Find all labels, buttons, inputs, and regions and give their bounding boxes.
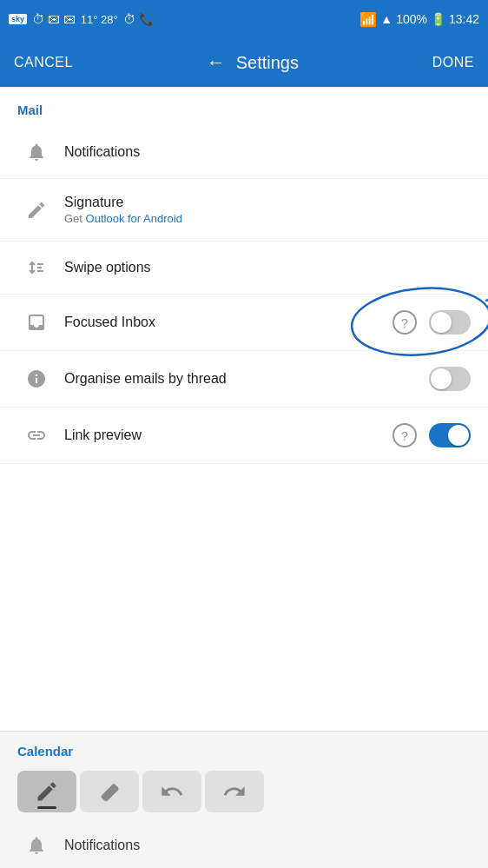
info-icon xyxy=(26,368,47,389)
calendar-notifications-label: Notifications xyxy=(64,838,140,852)
undo-tool-icon xyxy=(160,779,184,804)
organise-emails-icon-container xyxy=(17,368,56,389)
organise-emails-label: Organise emails by thread xyxy=(64,371,227,386)
battery-icon: 🔋 xyxy=(431,12,445,26)
signature-get-text: Get xyxy=(64,212,86,225)
swipe-icon xyxy=(26,257,47,278)
signature-sublabel: Get Outlook for Android xyxy=(64,212,471,225)
swipe-icon-container xyxy=(17,257,56,278)
status-bar-left: sky ⏱ ✉ ✉ 11° 28° ⏱ 📞 xyxy=(9,12,154,26)
battery-label: 100% xyxy=(396,12,427,26)
pen-icon xyxy=(26,200,47,221)
undo-tool-button[interactable] xyxy=(142,771,201,812)
redo-tool-icon xyxy=(222,779,247,804)
focused-inbox-help-icon[interactable]: ? xyxy=(392,310,417,335)
focused-inbox-controls: ? xyxy=(392,310,471,335)
signal-icon: ▲ xyxy=(380,12,392,26)
calendar-bell-icon-container xyxy=(17,835,56,856)
link-preview-label: Link preview xyxy=(64,427,142,442)
toolbar-icons xyxy=(0,765,488,823)
status-bar: sky ⏱ ✉ ✉ 11° 28° ⏱ 📞 📶 ▲ 100% 🔋 13:42 xyxy=(0,0,488,38)
organise-emails-content: Organise emails by thread xyxy=(56,371,429,387)
notifications-icon-container xyxy=(17,142,56,162)
mail-section-header: Mail xyxy=(0,87,488,126)
eraser-tool-icon xyxy=(97,779,122,804)
organise-emails-item[interactable]: Organise emails by thread xyxy=(0,351,488,407)
done-button[interactable]: DONE xyxy=(432,55,474,70)
link-preview-help-icon[interactable]: ? xyxy=(392,423,417,447)
status-bar-right: 📶 ▲ 100% 🔋 13:42 xyxy=(359,11,479,28)
focused-inbox-toggle[interactable] xyxy=(429,310,471,335)
calendar-notifications-content: Notifications xyxy=(56,838,471,853)
pen-tool-icon xyxy=(35,779,59,804)
action-bar-center: ← Settings xyxy=(207,51,299,74)
swipe-options-content: Swipe options xyxy=(56,260,471,275)
link-preview-item[interactable]: Link preview ? xyxy=(0,407,488,464)
status-extra-icons: ⏱ 📞 xyxy=(123,12,154,26)
signature-content: Signature Get Outlook for Android xyxy=(56,195,471,225)
action-bar: CANCEL ← Settings DONE xyxy=(0,38,488,87)
calendar-section-header: Calendar xyxy=(0,732,488,765)
focused-inbox-item[interactable]: Focused Inbox ? xyxy=(0,295,488,351)
organise-emails-controls xyxy=(429,367,471,391)
link-preview-content: Link preview xyxy=(56,427,392,443)
time-display: 13:42 xyxy=(449,12,479,26)
calendar-section: Calendar xyxy=(0,731,488,868)
link-preview-controls: ? xyxy=(392,423,471,447)
organise-emails-toggle[interactable] xyxy=(429,367,471,391)
sky-logo: sky xyxy=(9,14,27,24)
status-icons: ⏱ ✉ ✉ xyxy=(32,12,76,26)
cancel-button[interactable]: CANCEL xyxy=(14,55,73,70)
link-preview-toggle[interactable] xyxy=(429,423,471,447)
temperature: 11° 28° xyxy=(81,13,118,26)
notifications-content: Notifications xyxy=(56,144,471,160)
swipe-options-item[interactable]: Swipe options xyxy=(0,242,488,295)
back-arrow-icon[interactable]: ← xyxy=(207,51,226,74)
notifications-label: Notifications xyxy=(64,144,140,159)
swipe-options-label: Swipe options xyxy=(64,260,151,275)
focused-inbox-icon-container xyxy=(17,312,56,333)
page-title: Settings xyxy=(236,53,299,73)
focused-inbox-content: Focused Inbox xyxy=(56,315,392,330)
inbox-icon xyxy=(26,312,47,333)
calendar-notifications-partial: Notifications xyxy=(0,823,488,868)
pen-tool-button[interactable] xyxy=(17,771,76,812)
redo-tool-button[interactable] xyxy=(205,771,264,812)
link-preview-icon-container xyxy=(17,425,56,446)
signature-item[interactable]: Signature Get Outlook for Android xyxy=(0,179,488,242)
pen-underline xyxy=(37,806,56,809)
signature-label: Signature xyxy=(64,195,471,210)
bell-icon xyxy=(26,142,47,162)
wifi-icon: 📶 xyxy=(359,11,377,28)
notifications-item[interactable]: Notifications xyxy=(0,126,488,179)
outlook-android-link[interactable]: Outlook for Android xyxy=(86,212,182,225)
calendar-bell-icon xyxy=(26,835,47,856)
link-icon xyxy=(26,425,47,446)
eraser-tool-button[interactable] xyxy=(80,771,139,812)
focused-inbox-label: Focused Inbox xyxy=(64,315,155,329)
signature-icon-container xyxy=(17,200,56,221)
